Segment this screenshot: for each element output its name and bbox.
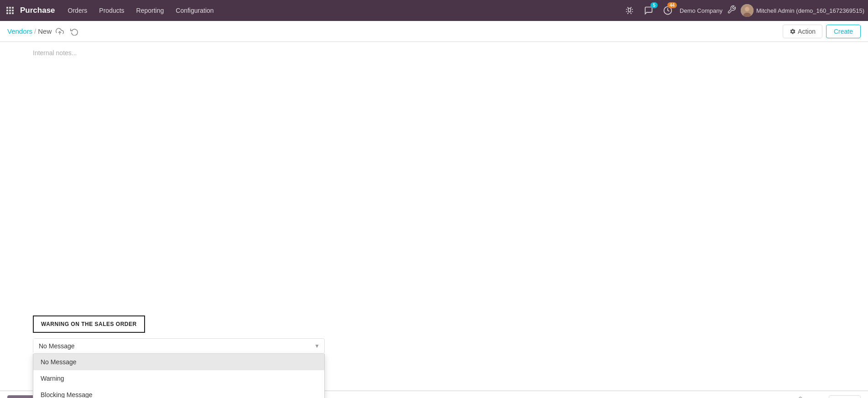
form-area: Internal notes...	[0, 42, 868, 215]
warning-select-container: No Message Warning Blocking Message ▼ No…	[33, 338, 325, 354]
svg-rect-4	[9, 10, 11, 11]
dropdown-option-warning[interactable]: Warning	[33, 370, 324, 387]
internal-notes-placeholder[interactable]: Internal notes...	[33, 47, 77, 58]
warning-select-field[interactable]: No Message Warning Blocking Message ▼	[33, 338, 325, 354]
svg-rect-3	[6, 10, 8, 11]
warning-box-title: WARNING ON THE SALES ORDER	[33, 315, 145, 333]
menu-orders[interactable]: Orders	[62, 4, 93, 17]
warning-select[interactable]: No Message Warning Blocking Message	[33, 339, 310, 353]
messages-badge: 5	[650, 2, 658, 8]
warning-dropdown: No Message Warning Blocking Message	[33, 354, 325, 398]
main-menu: Orders Products Reporting Configuration	[62, 4, 620, 17]
svg-rect-6	[6, 12, 8, 14]
breadcrumb: Vendors / New	[7, 25, 81, 38]
user-menu[interactable]: Mitchell Admin (demo_160_1672369515)	[741, 4, 864, 17]
svg-rect-2	[12, 7, 14, 9]
grid-icon[interactable]	[4, 4, 16, 17]
svg-point-11	[745, 7, 749, 11]
action-button[interactable]: Action	[783, 25, 822, 38]
refresh-icon[interactable]	[68, 25, 81, 38]
warning-section: WARNING ON THE SALES ORDER No Message Wa…	[0, 315, 868, 354]
breadcrumb-current: New	[38, 27, 52, 35]
messages-icon[interactable]: 5	[641, 3, 656, 18]
breadcrumb-separator: /	[34, 27, 36, 35]
topnav-right: 5 44 Demo Company Mitchell Admin (demo_1…	[622, 3, 864, 18]
app-brand[interactable]: Purchase	[20, 6, 55, 15]
upload-icon[interactable]	[53, 25, 66, 38]
tools-icon[interactable]	[727, 5, 736, 16]
chatter-right-actions: 0 Follow	[795, 395, 861, 398]
breadcrumb-bar: Vendors / New Action Create	[0, 21, 868, 42]
breadcrumb-vendors[interactable]: Vendors	[7, 27, 32, 35]
user-name: Mitchell Admin (demo_160_1672369515)	[756, 7, 864, 14]
gear-icon	[790, 28, 796, 35]
svg-rect-7	[9, 12, 11, 14]
svg-rect-0	[6, 7, 8, 9]
main-content: Internal notes... WARNING ON THE SALES O…	[0, 42, 868, 398]
clock-icon[interactable]: 44	[660, 3, 675, 18]
activities-badge: 44	[667, 2, 677, 8]
top-navigation: Purchase Orders Products Reporting Confi…	[0, 0, 868, 21]
svg-rect-8	[12, 12, 14, 14]
menu-reporting[interactable]: Reporting	[131, 4, 170, 17]
company-name: Demo Company	[680, 7, 722, 14]
follow-button[interactable]: Follow	[829, 395, 861, 398]
breadcrumb-actions: Action Create	[783, 25, 861, 38]
attachment-icon[interactable]	[795, 397, 803, 398]
bug-icon[interactable]	[622, 3, 637, 18]
menu-products[interactable]: Products	[94, 4, 130, 17]
select-arrow-icon: ▼	[310, 343, 324, 349]
create-button[interactable]: Create	[826, 25, 861, 38]
menu-configuration[interactable]: Configuration	[170, 4, 219, 17]
dropdown-option-no-message[interactable]: No Message	[33, 354, 324, 370]
svg-rect-5	[12, 10, 14, 11]
dropdown-option-blocking[interactable]: Blocking Message	[33, 387, 324, 398]
svg-rect-1	[9, 7, 11, 9]
user-avatar	[741, 4, 754, 17]
